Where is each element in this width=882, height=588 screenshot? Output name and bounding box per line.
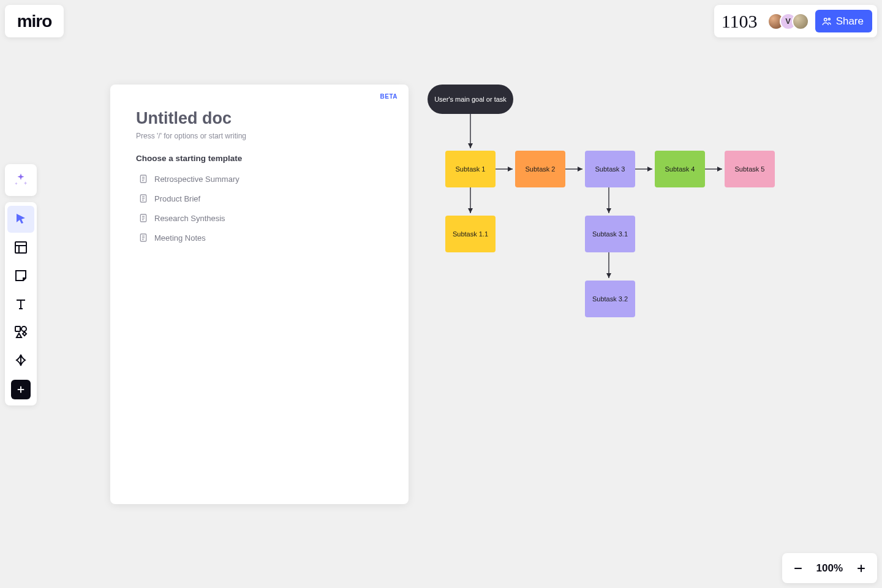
template-item[interactable]: Product Brief <box>136 190 383 207</box>
template-label: Meeting Notes <box>154 233 206 243</box>
flow-node[interactable]: Subtask 2 <box>515 151 565 187</box>
template-item[interactable]: Retrospective Summary <box>136 170 383 187</box>
flow-node[interactable]: Subtask 3 <box>585 151 635 187</box>
document-card[interactable]: BETA Untitled doc Press '/' for options … <box>110 85 409 504</box>
template-label: Retrospective Summary <box>154 175 239 184</box>
zoom-in-button[interactable] <box>850 557 872 579</box>
document-icon <box>138 233 148 243</box>
logo-button[interactable]: miro <box>5 5 64 37</box>
document-icon <box>138 194 148 203</box>
zoom-controls: 100% <box>782 553 877 583</box>
sticky-note-icon <box>13 268 28 283</box>
minus-icon <box>792 562 804 575</box>
shapes-icon <box>13 325 28 339</box>
avatar-stack[interactable]: V <box>767 13 809 30</box>
text-icon <box>13 296 28 311</box>
document-icon <box>138 174 148 184</box>
shapes-tool[interactable] <box>7 318 34 345</box>
template-label: Research Synthesis <box>154 214 225 223</box>
flow-node[interactable]: Subtask 1 <box>445 151 496 187</box>
templates-tool[interactable] <box>7 234 34 261</box>
flow-node[interactable]: Subtask 3.1 <box>585 216 635 252</box>
svg-point-1 <box>828 18 830 20</box>
share-label: Share <box>836 15 864 28</box>
add-tool-button[interactable] <box>11 380 31 399</box>
avatar[interactable] <box>792 13 809 30</box>
flow-node[interactable]: Subtask 3.2 <box>585 281 635 317</box>
doc-hint: Press '/' for options or start writing <box>136 132 383 140</box>
collaborator-count[interactable]: 1103 <box>722 11 758 32</box>
svg-point-0 <box>824 18 827 21</box>
sparkle-icon <box>13 172 29 188</box>
flow-node[interactable]: Subtask 4 <box>655 151 705 187</box>
doc-title[interactable]: Untitled doc <box>136 109 383 128</box>
zoom-out-button[interactable] <box>787 557 809 579</box>
people-icon <box>821 16 832 27</box>
plus-icon <box>855 562 867 575</box>
svg-point-9 <box>21 326 26 331</box>
select-tool[interactable] <box>7 206 34 233</box>
template-section-label: Choose a starting template <box>136 154 383 163</box>
pen-icon <box>13 353 28 368</box>
text-tool[interactable] <box>7 290 34 317</box>
beta-badge: BETA <box>380 93 398 100</box>
template-label: Product Brief <box>154 194 200 203</box>
logo-text: miro <box>17 12 52 31</box>
template-list: Retrospective Summary Product Brief Rese… <box>136 170 383 246</box>
template-item[interactable]: Meeting Notes <box>136 229 383 246</box>
flow-node-root[interactable]: User's main goal or task <box>428 85 513 114</box>
flow-node[interactable]: Subtask 1.1 <box>445 216 496 252</box>
document-icon <box>138 213 148 223</box>
toolbar <box>5 202 37 405</box>
cursor-icon <box>13 212 28 227</box>
plus-icon <box>15 384 26 395</box>
flow-node[interactable]: Subtask 5 <box>725 151 775 187</box>
share-button[interactable]: Share <box>815 10 872 32</box>
template-item[interactable]: Research Synthesis <box>136 209 383 227</box>
sticky-note-tool[interactable] <box>7 262 34 289</box>
pen-tool[interactable] <box>7 347 34 374</box>
ai-tool-button[interactable] <box>5 164 37 196</box>
collaboration-bar: 1103 V Share <box>714 5 877 37</box>
zoom-level[interactable]: 100% <box>812 562 848 575</box>
svg-rect-8 <box>15 326 20 331</box>
frame-icon <box>13 240 28 255</box>
svg-rect-2 <box>15 242 26 253</box>
